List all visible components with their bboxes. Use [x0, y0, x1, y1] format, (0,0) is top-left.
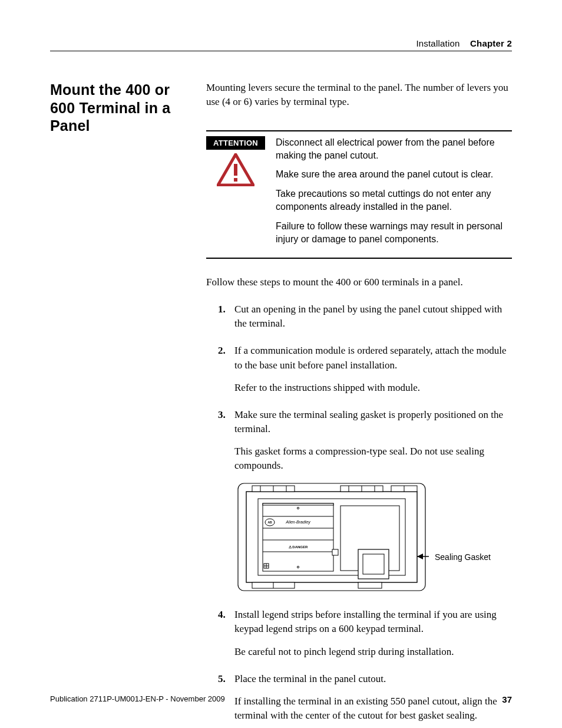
- step-sub: Be careful not to pinch legend strip dur…: [234, 645, 512, 659]
- warning-triangle-icon: [217, 153, 254, 186]
- attention-line: Disconnect all electrical power from the…: [276, 136, 512, 163]
- svg-rect-2: [234, 178, 237, 182]
- svg-rect-1: [234, 164, 237, 176]
- attention-box: ATTENTION Disconnect all electrical powe…: [206, 130, 512, 259]
- page-title: Mount the 400 or 600 Terminal in a Panel: [50, 81, 194, 135]
- step-item: Cut an opening in the panel by using the…: [218, 302, 512, 331]
- svg-rect-17: [358, 582, 382, 588]
- terminal-figure: AB Allen-Bradley ⚠ DANGER: [234, 480, 512, 595]
- steps-list: Cut an opening in the panel by using the…: [218, 302, 512, 723]
- step-sub: This gasket forms a compression-type sea…: [234, 444, 512, 473]
- svg-rect-36: [332, 549, 338, 555]
- step-sub: Refer to the instructions shipped with m…: [234, 381, 512, 395]
- header-chapter: Chapter 2: [470, 38, 512, 48]
- svg-text:AB: AB: [267, 521, 272, 524]
- step-text: If a communication module is ordered sep…: [234, 345, 507, 370]
- step-item: If a communication module is ordered sep…: [218, 344, 512, 394]
- step-text: Cut an opening in the panel by using the…: [234, 304, 502, 329]
- running-header: Installation Chapter 2: [50, 38, 512, 51]
- figure-callout: Sealing Gasket: [435, 552, 491, 564]
- attention-line: Make sure the area around the panel cuto…: [276, 168, 512, 181]
- intro-paragraph: Mounting levers secure the terminal to t…: [206, 81, 512, 109]
- page-footer: Publication 2711P-UM001J-EN-P - November…: [50, 694, 512, 704]
- step-text: Make sure the terminal sealing gasket is…: [234, 409, 503, 434]
- follow-line: Follow these steps to mount the 400 or 6…: [206, 275, 512, 289]
- page-number: 37: [502, 694, 512, 704]
- step-item: Make sure the terminal sealing gasket is…: [218, 408, 512, 595]
- figure-brand-text: Allen-Bradley: [285, 520, 310, 525]
- attention-line: Take precautions so metal cuttings do no…: [276, 187, 512, 214]
- attention-label: ATTENTION: [206, 136, 265, 150]
- publication-id: Publication 2711P-UM001J-EN-P - November…: [50, 694, 225, 704]
- step-text: Install legend strips before installing …: [234, 609, 497, 634]
- svg-rect-35: [363, 554, 384, 574]
- attention-line: Failure to follow these warnings may res…: [276, 220, 512, 246]
- step-item: Install legend strips before installing …: [218, 608, 512, 658]
- svg-rect-19: [263, 503, 333, 571]
- svg-rect-20: [263, 503, 333, 505]
- step-text: Place the terminal in the panel cutout.: [234, 673, 386, 684]
- svg-text:⚠ DANGER: ⚠ DANGER: [289, 545, 308, 549]
- header-section: Installation: [416, 38, 459, 48]
